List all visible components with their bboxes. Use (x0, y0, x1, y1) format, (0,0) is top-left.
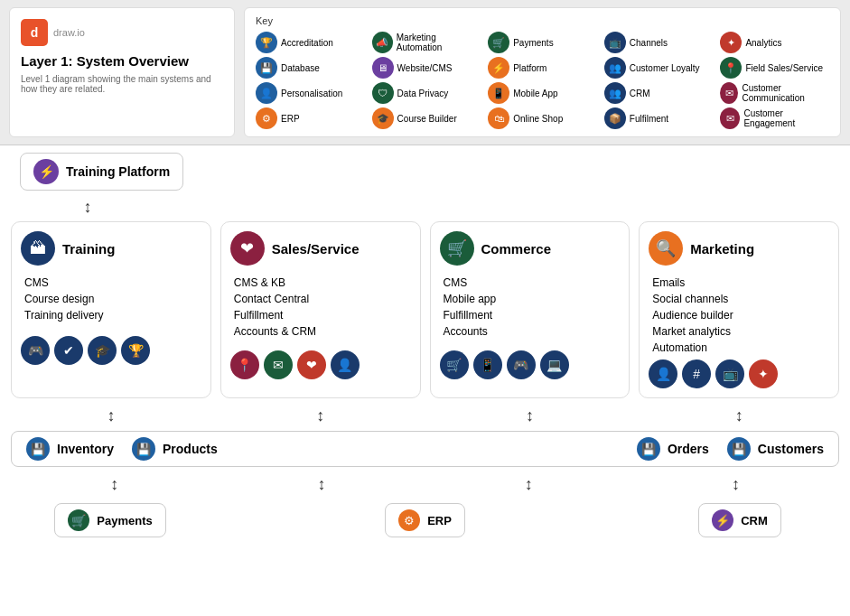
key-item: 📺 Channels (604, 32, 714, 53)
commerce-footer-icon: 📱 (473, 350, 502, 379)
marketing-system-icon: 🔍 (649, 231, 683, 266)
payments-icon: 🛒 (488, 32, 509, 53)
training-footer-icon: 🏆 (121, 336, 150, 365)
commerce-system-icon: 🛒 (440, 231, 474, 266)
sales-title: Sales/Service (272, 241, 360, 257)
customers-label: Customers (758, 442, 824, 456)
accreditation-icon: 🏆 (256, 32, 277, 53)
arrow-tp-down: ↕ (20, 196, 155, 218)
training-footer-icon: ✔ (54, 336, 83, 365)
key-item: 📍 Field Sales/Service (720, 57, 829, 79)
marketing-box: 🔍 Marketing Emails Social channels Audie… (639, 221, 839, 398)
key-item: 🛡 Data Privacy (372, 82, 481, 104)
arrow-sales-down: ↕ (220, 404, 421, 427)
key-title: Key (256, 15, 829, 26)
platform-icon: ⚡ (488, 57, 509, 79)
training-footer-icon: 🎮 (21, 336, 50, 365)
training-box: 🏔 Training CMS Course design Training de… (11, 221, 211, 398)
commerce-item: CMS (444, 275, 621, 291)
database-icon: 💾 (256, 57, 277, 79)
payments-label: Payments (97, 514, 152, 527)
arrow-commerce-down: ↕ (430, 404, 630, 427)
marketing-footer-icon: ✦ (749, 359, 778, 388)
commerce-footer-icon: 🛒 (440, 350, 469, 379)
sales-item: Accounts & CRM (234, 323, 411, 340)
key-item: 👥 CRM (604, 82, 714, 104)
sales-system-icon: ❤ (230, 231, 265, 266)
key-item: 📱 Mobile App (488, 82, 597, 104)
data-privacy-icon: 🛡 (372, 82, 394, 104)
training-footer-icon: 🎓 (88, 336, 117, 365)
very-bottom-row: 🛒 Payments ⚙ ERP ⚡ CRM (11, 499, 839, 541)
training-platform-box: ⚡ Training Platform (20, 153, 183, 191)
key-item: ✦ Analytics (720, 32, 829, 53)
arrow-cust-down: ↕ (732, 472, 740, 496)
diagram-title: Layer 1: System Overview (21, 53, 223, 69)
sales-footer-icon: ❤ (297, 350, 326, 379)
commerce-footer-icon: 💻 (540, 350, 569, 379)
diagram-area: ⚡ Training Platform ↕ 🏔 Training CMS Cou… (0, 145, 850, 616)
key-item: 📣 Marketing Automation (372, 32, 481, 53)
customers-icon: 💾 (727, 437, 751, 461)
key-item: ⚙ ERP (256, 107, 365, 129)
training-platform-icon: ⚡ (33, 159, 59, 184)
arrow-training-down: ↕ (11, 404, 211, 427)
analytics-icon: ✦ (720, 32, 742, 53)
products-label: Products (163, 442, 218, 456)
arrow-marketing-down: ↕ (639, 404, 839, 427)
key-item: 🖥 Website/CMS (372, 57, 481, 79)
marketing-title: Marketing (690, 241, 754, 257)
marketing-item: Audience builder (652, 307, 829, 323)
arrow-inv-down: ↕ (110, 472, 118, 496)
training-item: Course design (24, 291, 201, 307)
course-builder-icon: 🎓 (372, 107, 394, 129)
commerce-box: 🛒 Commerce CMS Mobile app Fulfillment Ac… (430, 221, 630, 398)
logo-icon: d (21, 19, 48, 46)
logo-area: d draw.io (21, 19, 223, 46)
info-panel: d draw.io Layer 1: System Overview Level… (9, 7, 235, 137)
training-title: Training (62, 241, 115, 257)
marketing-item: Emails (652, 275, 829, 291)
payments-bottom-icon: 🛒 (68, 509, 89, 531)
orders-label: Orders (668, 442, 709, 456)
inventory-item: 💾 Inventory (26, 437, 114, 461)
personalisation-icon: 👤 (256, 82, 277, 104)
marketing-item: Automation (652, 340, 829, 356)
customer-comm-icon: ✉ (720, 82, 738, 104)
training-platform-label: Training Platform (66, 164, 170, 179)
commerce-item: Fulfillment (444, 307, 621, 323)
sales-footer-icon: 📍 (230, 350, 259, 379)
fulfilment-icon: 📦 (604, 107, 626, 129)
sales-box: ❤ Sales/Service CMS & KB Contact Central… (220, 221, 421, 398)
key-item: 🛍 Online Shop (488, 107, 597, 129)
systems-row: 🏔 Training CMS Course design Training de… (11, 221, 839, 398)
key-item: ✉ Customer Communication (720, 82, 829, 104)
orders-icon: 💾 (637, 437, 660, 461)
key-item: ✉ Customer Engagement (720, 107, 829, 129)
channels-icon: 📺 (604, 32, 626, 53)
commerce-title: Commerce (481, 241, 552, 257)
online-shop-icon: 🛍 (488, 107, 509, 129)
key-item: 📦 Fulfilment (604, 107, 714, 129)
key-grid: 🏆 Accreditation 📣 Marketing Automation 🛒… (256, 32, 829, 129)
customer-engagement-icon: ✉ (720, 107, 740, 129)
sales-item: Fulfillment (234, 307, 411, 323)
mobile-app-icon: 📱 (488, 82, 509, 104)
sales-item: Contact Central (234, 291, 411, 307)
customer-loyalty-icon: 👥 (604, 57, 626, 79)
erp-bottom-icon: ⚙ (398, 509, 420, 531)
logo-text: draw.io (53, 27, 85, 38)
training-item: CMS (24, 275, 201, 291)
arrows-systems-to-bar: ↕ ↕ ↕ ↕ (11, 404, 839, 427)
bottom-bar: 💾 Inventory 💾 Products 💾 Orders 💾 Custom… (11, 431, 839, 467)
marketing-auto-icon: 📣 (372, 32, 393, 53)
crm-label: CRM (741, 514, 768, 527)
marketing-item: Social channels (652, 291, 829, 307)
key-item: ⚡ Platform (488, 57, 597, 79)
orders-item: 💾 Orders (637, 437, 709, 461)
key-item: 🏆 Accreditation (256, 32, 365, 53)
marketing-footer-icon: 👤 (649, 359, 677, 388)
sales-footer-icon: ✉ (264, 350, 293, 379)
inventory-icon: 💾 (26, 437, 50, 461)
erp-label: ERP (427, 514, 452, 527)
